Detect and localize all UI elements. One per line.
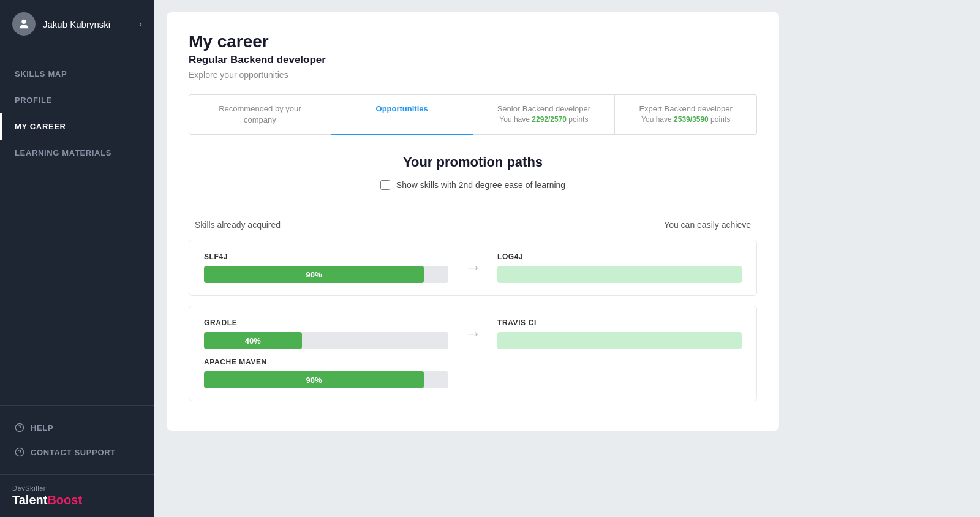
col-left-label: Skills already acquired	[195, 220, 281, 230]
skill-left-1b: APACHE MAVEN 90%	[204, 358, 448, 388]
tab-senior[interactable]: Senior Backend developer You have 2292/2…	[473, 94, 616, 135]
username: Jakub Kubrynski	[43, 19, 132, 29]
help-label: HELP	[31, 423, 53, 432]
sidebar-bottom: HELP CONTACT SUPPORT	[0, 405, 154, 474]
skill-name-maven: APACHE MAVEN	[204, 358, 448, 366]
content-card: My career Regular Backend developer Expl…	[167, 12, 779, 431]
columns-header: Skills already acquired You can easily a…	[189, 220, 757, 230]
skill-row-0: SLF4J 90% → LOG4J	[204, 252, 742, 283]
progress-fill-maven: 90%	[204, 371, 424, 388]
progress-fill-gradle: 40%	[204, 332, 302, 349]
tab-opportunities[interactable]: Opportunities	[331, 94, 473, 135]
progress-fill-slf4j: 90%	[204, 266, 424, 283]
chevron-right-icon: ›	[139, 19, 142, 29]
user-profile[interactable]: Jakub Kubrynski ›	[0, 0, 154, 48]
skill-row-1b: APACHE MAVEN 90%	[204, 358, 742, 388]
expert-points: You have 2539/3590 points	[630, 115, 742, 125]
progress-bg-gradle: 40%	[204, 332, 448, 349]
page-title: My career	[189, 32, 757, 51]
skill-name-slf4j: SLF4J	[204, 252, 448, 261]
section-title: Your promotion paths	[189, 154, 757, 170]
support-icon	[15, 447, 24, 457]
skill-right-1a: TRAVIS CI	[497, 319, 742, 349]
logo-prefix: DevSkiller	[12, 485, 142, 492]
skill-right-0: LOG4J	[497, 252, 742, 283]
logo-brand-text: Talent	[12, 493, 47, 507]
progress-label-gradle: 40%	[245, 336, 261, 345]
main-content: My career Regular Backend developer Expl…	[154, 0, 980, 517]
logo-highlight: Boost	[47, 493, 82, 507]
sidebar-item-learning-materials[interactable]: LEARNING MATERIALS	[0, 140, 154, 166]
progress-label-slf4j: 90%	[306, 270, 322, 279]
col-right-label: You can easily achieve	[664, 220, 751, 230]
help-link[interactable]: HELP	[0, 415, 154, 440]
skill-left-1a: GRADLE 40%	[204, 319, 448, 349]
checkbox-row: Show skills with 2nd degree ease of lear…	[189, 180, 757, 190]
contact-support-label: CONTACT SUPPORT	[31, 448, 116, 457]
skill-row-1a: GRADLE 40% → TRAVIS CI	[204, 319, 742, 349]
2nd-degree-checkbox[interactable]	[380, 180, 390, 190]
avatar	[12, 12, 36, 36]
sidebar: Jakub Kubrynski › SKILLS MAP PROFILE MY …	[0, 0, 154, 517]
skill-card-0: SLF4J 90% → LOG4J	[189, 240, 757, 296]
svg-point-0	[21, 20, 26, 24]
progress-bg-maven: 90%	[204, 371, 448, 388]
help-icon	[15, 423, 24, 432]
skill-left-0: SLF4J 90%	[204, 252, 448, 283]
progress-light-log4j	[497, 266, 742, 283]
sidebar-item-profile[interactable]: PROFILE	[0, 87, 154, 113]
sidebar-item-skills-map[interactable]: SKILLS MAP	[0, 61, 154, 87]
tab-recommended[interactable]: Recommended by your company	[189, 94, 331, 135]
progress-label-maven: 90%	[306, 375, 322, 385]
senior-points: You have 2292/2570 points	[488, 115, 600, 125]
arrow-icon-0: →	[461, 258, 485, 277]
skill-name-gradle: GRADLE	[204, 319, 448, 327]
progress-bg-slf4j: 90%	[204, 266, 448, 283]
tab-expert[interactable]: Expert Backend developer You have 2539/3…	[615, 94, 757, 135]
page-subtitle: Regular Backend developer	[189, 54, 757, 66]
checkbox-label[interactable]: Show skills with 2nd degree ease of lear…	[396, 180, 565, 190]
logo: DevSkiller TalentBoost	[0, 474, 154, 517]
progress-light-travis	[497, 332, 742, 349]
sidebar-item-my-career[interactable]: MY CAREER	[0, 113, 154, 140]
logo-brand: TalentBoost	[12, 493, 142, 507]
arrow-icon-1: →	[461, 324, 485, 344]
contact-support-link[interactable]: CONTACT SUPPORT	[0, 440, 154, 464]
skill-card-1: GRADLE 40% → TRAVIS CI APACHE MAVEN	[189, 306, 757, 401]
skill-name-log4j: LOG4J	[497, 252, 742, 261]
divider	[189, 205, 757, 205]
skill-name-travis: TRAVIS CI	[497, 319, 742, 327]
sidebar-nav: SKILLS MAP PROFILE MY CAREER LEARNING MA…	[0, 48, 154, 405]
page-description: Explore your opportunities	[189, 70, 757, 80]
tabs: Recommended by your company Opportunitie…	[189, 94, 757, 135]
